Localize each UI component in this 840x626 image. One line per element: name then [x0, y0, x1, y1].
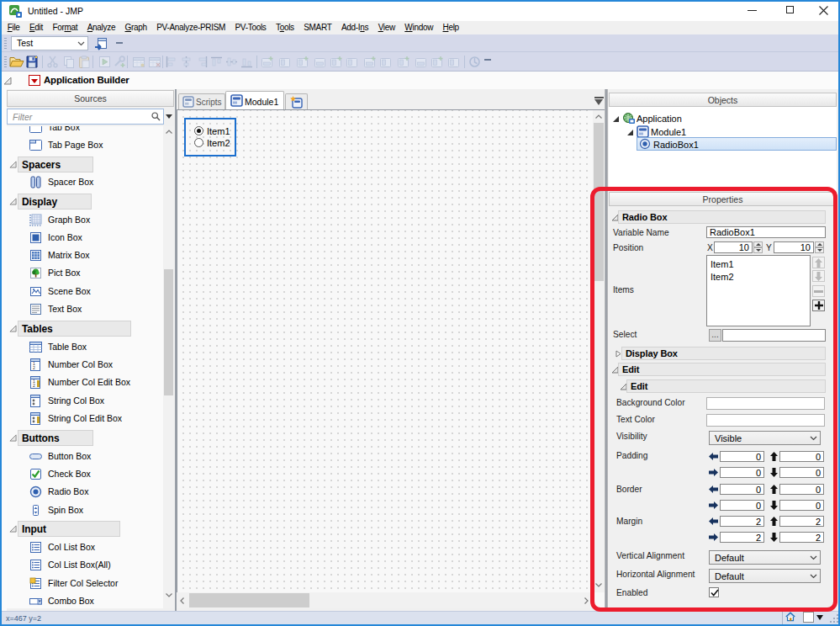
svg-text:2: 2 [33, 383, 35, 388]
svg-text:2: 2 [33, 365, 35, 370]
